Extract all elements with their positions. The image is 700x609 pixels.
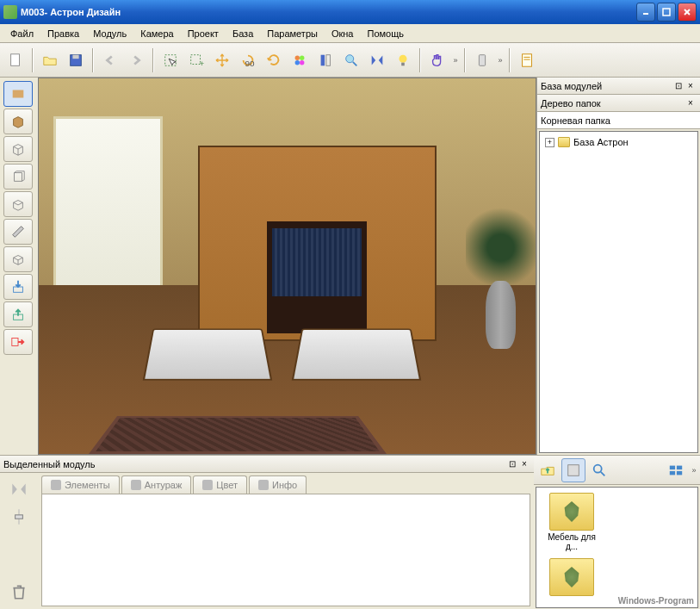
- minimize-button[interactable]: [636, 3, 655, 22]
- room-bed-1: [143, 329, 273, 382]
- tool-box-wire[interactable]: [3, 136, 33, 162]
- report-button[interactable]: [515, 48, 539, 72]
- right-panel: База модулей ⊡ × Дерево папок × Корневая…: [536, 78, 700, 455]
- svg-rect-34: [670, 465, 675, 469]
- undo-button[interactable]: [98, 48, 122, 72]
- separator: [419, 48, 421, 72]
- svg-rect-31: [568, 464, 579, 475]
- tool-edge[interactable]: [3, 219, 33, 245]
- svg-rect-22: [523, 53, 532, 65]
- open-button[interactable]: [38, 48, 62, 72]
- tool-module[interactable]: [3, 246, 33, 272]
- close-tree-icon[interactable]: ×: [685, 97, 697, 109]
- tool-box-open[interactable]: [3, 191, 33, 217]
- tool-export-up[interactable]: [3, 301, 33, 327]
- tree-node-label: База Астрон: [573, 137, 629, 147]
- tab-info[interactable]: Инфо: [249, 475, 307, 494]
- rotate-button[interactable]: [262, 48, 286, 72]
- device-button[interactable]: [470, 48, 494, 72]
- menu-params[interactable]: Параметры: [260, 26, 325, 41]
- maximize-button[interactable]: [657, 3, 676, 22]
- menu-project[interactable]: Проект: [181, 26, 226, 41]
- pin-icon[interactable]: ⊡: [672, 80, 685, 92]
- left-toolbar: [0, 78, 38, 455]
- svg-line-33: [601, 471, 605, 475]
- save-button[interactable]: [64, 48, 88, 72]
- new-button[interactable]: [3, 48, 28, 72]
- tab-info-label: Инфо: [272, 480, 297, 490]
- menu-base[interactable]: База: [226, 26, 260, 41]
- browser-search-button[interactable]: [587, 458, 611, 482]
- selected-module-tabs: Элементы Антураж Цвет Инфо: [38, 473, 534, 494]
- menu-file[interactable]: Файл: [3, 26, 40, 41]
- rotate90-button[interactable]: 90: [236, 48, 260, 72]
- svg-point-13: [295, 60, 300, 65]
- color-button[interactable]: [288, 48, 312, 72]
- tab-color[interactable]: Цвет: [193, 475, 247, 494]
- folder-tree[interactable]: + База Астрон: [539, 131, 698, 453]
- menu-edit[interactable]: Правка: [40, 26, 86, 41]
- flip-icon[interactable]: [9, 480, 28, 500]
- menu-windows[interactable]: Окна: [325, 26, 361, 41]
- root-folder-header: Корневая папка: [537, 112, 700, 129]
- room-rug: [89, 416, 387, 454]
- trash-icon[interactable]: [9, 582, 28, 603]
- mirror-v-button[interactable]: [313, 48, 338, 72]
- browser-overflow[interactable]: »: [690, 466, 698, 475]
- toolbar-overflow-2[interactable]: »: [496, 56, 505, 65]
- tool-panel[interactable]: [3, 164, 33, 190]
- svg-text:90: 90: [245, 59, 254, 68]
- selected-module-header: Выделенный модуль ⊡ ×: [0, 456, 534, 473]
- expand-icon[interactable]: +: [545, 138, 554, 147]
- browser-item[interactable]: Мебель для д...: [542, 493, 602, 551]
- separator: [509, 48, 511, 72]
- tool-box-solid[interactable]: [3, 109, 33, 134]
- menu-help[interactable]: Помощь: [360, 26, 411, 41]
- folder-tree-title: Дерево папок: [541, 98, 685, 109]
- room-window: [53, 116, 163, 304]
- svg-rect-35: [677, 465, 682, 469]
- browser-list[interactable]: Мебель для д... Windows-Program: [536, 487, 698, 608]
- pan-button[interactable]: [425, 48, 449, 72]
- select-add-button[interactable]: +: [184, 48, 208, 72]
- tab-elements[interactable]: Элементы: [41, 475, 120, 494]
- slider-icon[interactable]: [9, 507, 28, 528]
- titlebar: М003- Астрон Дизайн: [0, 0, 700, 24]
- zoom-button[interactable]: [339, 48, 363, 72]
- redo-button[interactable]: [124, 48, 148, 72]
- select-button[interactable]: [158, 48, 183, 72]
- close-selmod-icon[interactable]: ×: [518, 458, 530, 470]
- svg-rect-1: [663, 9, 670, 16]
- tab-entourage[interactable]: Антураж: [121, 475, 192, 494]
- browser-layout-button[interactable]: [664, 458, 688, 482]
- close-panel-icon[interactable]: ×: [685, 80, 697, 92]
- mirror-h-button[interactable]: [365, 48, 389, 72]
- menu-module[interactable]: Модуль: [86, 26, 133, 41]
- tool-export-right[interactable]: [3, 329, 33, 355]
- tab-entourage-label: Антураж: [145, 480, 183, 490]
- tool-import[interactable]: [3, 274, 33, 300]
- svg-point-19: [400, 54, 407, 62]
- viewport-3d[interactable]: [38, 78, 536, 455]
- tab-elements-label: Элементы: [65, 480, 110, 490]
- browser-item-label: Мебель для д...: [542, 532, 602, 551]
- light-button[interactable]: [391, 48, 415, 72]
- browser-up-button[interactable]: [536, 458, 560, 482]
- browser-item[interactable]: [542, 558, 602, 596]
- move-button[interactable]: [210, 48, 234, 72]
- toolbar-overflow[interactable]: »: [451, 56, 460, 65]
- tool-material[interactable]: [3, 81, 33, 107]
- svg-point-32: [594, 464, 602, 472]
- tree-node[interactable]: + База Астрон: [543, 135, 694, 149]
- module-base-header: База модулей ⊡ ×: [537, 78, 700, 95]
- pin-selmod-icon[interactable]: ⊡: [506, 458, 518, 470]
- selected-module-title: Выделенный модуль: [3, 459, 506, 469]
- close-button[interactable]: [678, 3, 697, 22]
- svg-rect-16: [326, 54, 331, 65]
- svg-rect-30: [15, 515, 23, 519]
- menu-camera[interactable]: Камера: [133, 26, 180, 41]
- tab-color-label: Цвет: [216, 480, 238, 490]
- palette-icon: [202, 480, 213, 490]
- app-icon: [3, 5, 17, 19]
- browser-view-button[interactable]: [561, 458, 585, 482]
